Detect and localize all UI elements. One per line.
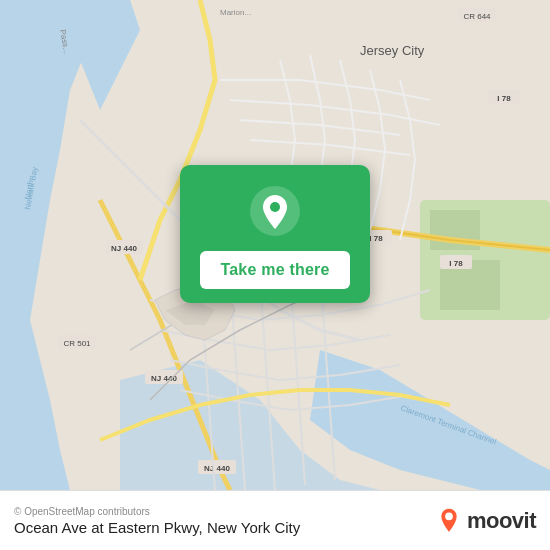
svg-text:I 78: I 78 [369, 234, 383, 243]
svg-text:I 78: I 78 [449, 259, 463, 268]
map-container: I 78 I 78 NJ 440 NJ 440 NJ 440 CR 501 CR… [0, 0, 550, 490]
svg-text:I 78: I 78 [497, 94, 511, 103]
moovit-logo-icon [436, 508, 462, 534]
svg-text:CR 501: CR 501 [63, 339, 91, 348]
footer-left: © OpenStreetMap contributors Ocean Ave a… [14, 506, 300, 536]
take-me-there-card: Take me there [180, 165, 370, 303]
svg-text:NJ 440: NJ 440 [151, 374, 177, 383]
location-pin-icon [249, 185, 301, 237]
osm-attribution: © OpenStreetMap contributors [14, 506, 300, 517]
svg-text:NJ 440: NJ 440 [111, 244, 137, 253]
footer-bar: © OpenStreetMap contributors Ocean Ave a… [0, 490, 550, 550]
take-me-there-button[interactable]: Take me there [200, 251, 350, 289]
svg-text:CR 644: CR 644 [463, 12, 491, 21]
svg-text:Marion...: Marion... [220, 8, 251, 17]
location-name: Ocean Ave at Eastern Pkwy, New York City [14, 519, 300, 536]
svg-point-28 [445, 512, 453, 520]
moovit-logo: moovit [436, 508, 536, 534]
svg-text:Jersey City: Jersey City [360, 43, 425, 58]
moovit-brand-text: moovit [467, 508, 536, 534]
svg-point-27 [270, 202, 280, 212]
svg-text:NJ 440: NJ 440 [204, 464, 230, 473]
location-icon-wrap [247, 183, 303, 239]
